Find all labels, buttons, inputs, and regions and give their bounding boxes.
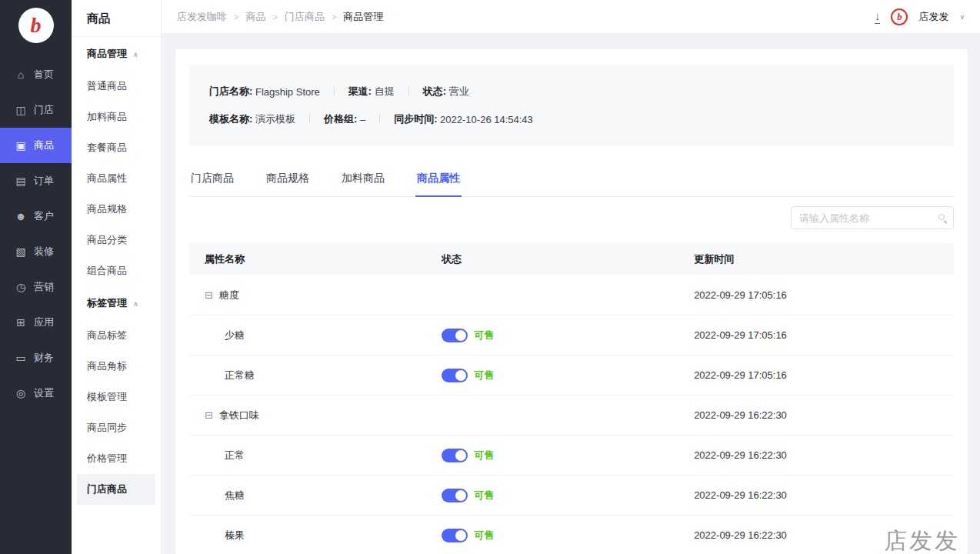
search-input[interactable] <box>792 207 930 229</box>
status-toggle[interactable] <box>442 449 468 462</box>
sidebar-item-label: 营销 <box>34 280 54 294</box>
sidebar-item-label: 财务 <box>34 351 54 365</box>
attribute-name: 糖度 <box>219 289 239 302</box>
sidebar-item-customers[interactable]: ☻客户 <box>0 199 72 234</box>
submenu-item-combo-goods[interactable]: 套餐商品 <box>72 132 161 163</box>
app-logo-letter: b <box>31 13 42 38</box>
breadcrumb-item[interactable]: 门店商品 <box>285 10 325 24</box>
breadcrumb-item[interactable]: 商品 <box>245 10 265 24</box>
info-value: 2022-10-26 14:54:43 <box>438 114 533 125</box>
table-body: ⊟糖度2022-09-29 17:05:16少糖可售2022-09-29 17:… <box>189 275 954 554</box>
topbar: 店发发咖啡>商品>门店商品>商品管理 ↓ b 店发发 ∨ <box>162 0 980 34</box>
attribute-name: 正常 <box>225 449 245 462</box>
sidebar-item-home[interactable]: ⌂首页 <box>0 57 72 92</box>
table-row: 正常糖可售2022-09-29 17:05:16 <box>189 355 954 395</box>
submenu-item-store-goods[interactable]: 门店商品 <box>77 474 155 505</box>
submenu-item-goods-specs[interactable]: 商品规格 <box>72 194 161 225</box>
row-status-cell: 可售 <box>426 449 678 462</box>
sidebar-item-apps[interactable]: ⊞应用 <box>0 305 72 340</box>
account-name[interactable]: 店发发 <box>918 10 948 24</box>
attribute-name: 正常糖 <box>225 369 255 382</box>
info-label: 价格组: <box>324 112 357 126</box>
submenu-item-goods-attributes[interactable]: 商品属性 <box>72 163 161 194</box>
breadcrumb: 店发发咖啡>商品>门店商品>商品管理 <box>177 10 383 24</box>
row-name-cell: 少糖 <box>189 329 426 342</box>
tab-goods-specs[interactable]: 商品规格 <box>265 163 311 196</box>
search-row <box>189 206 954 229</box>
decoration-icon: ▧ <box>15 245 27 258</box>
submenu-item-goods-sync[interactable]: 商品同步 <box>72 412 161 443</box>
info-label: 模板名称: <box>209 112 252 126</box>
breadcrumb-separator: > <box>234 12 238 22</box>
breadcrumb-separator: > <box>332 12 336 22</box>
chevron-up-icon: ∧ <box>133 51 138 58</box>
row-name-cell: 正常糖 <box>189 369 426 382</box>
store-info-row: 模板名称: 演示模板价格组: –同步时间: 2022-10-26 14:54:4… <box>209 112 934 126</box>
tab-addon-goods[interactable]: 加料商品 <box>340 163 386 196</box>
submenu-item-template-mgmt[interactable]: 模板管理 <box>72 382 161 412</box>
submenu-item-goods-badge[interactable]: 商品角标 <box>72 351 161 382</box>
divider <box>334 87 335 96</box>
submenu-section-tag-mgmt[interactable]: 标签管理∧ <box>72 286 161 320</box>
tabs: 门店商品商品规格加料商品商品属性 <box>189 163 954 197</box>
table-header-row: 属性名称状态更新时间 <box>189 243 954 275</box>
sidebar-item-goods[interactable]: ▣商品 <box>0 128 72 163</box>
submenu-item-price-mgmt[interactable]: 价格管理 <box>72 443 161 474</box>
orders-icon: ▤ <box>15 175 27 187</box>
sidebar-item-label: 商品 <box>34 138 54 152</box>
store-info-row: 门店名称: Flagship Store渠道: 自提状态: 营业 <box>209 85 934 98</box>
sidebar-item-marketing[interactable]: ◷营销 <box>0 269 72 305</box>
sidebar-item-decoration[interactable]: ▧装修 <box>0 234 72 269</box>
status-toggle[interactable] <box>442 489 468 502</box>
info-value: Flagship Store <box>252 86 319 98</box>
search-icon[interactable] <box>938 214 945 220</box>
store-info-panel: 门店名称: Flagship Store渠道: 自提状态: 营业模板名称: 演示… <box>189 65 954 146</box>
collapse-icon[interactable]: ⊟ <box>205 289 213 301</box>
submenu-item-bundle-goods[interactable]: 组合商品 <box>72 255 161 286</box>
attribute-name: 少糖 <box>225 329 245 342</box>
row-name-cell: ⊟糖度 <box>189 289 426 302</box>
submenu-item-addon-goods[interactable]: 加料商品 <box>72 102 161 132</box>
download-icon[interactable]: ↓ <box>875 10 881 23</box>
sidebar-item-settings[interactable]: ◎设置 <box>0 375 72 411</box>
row-update-time: 2022-09-29 17:05:16 <box>678 369 954 381</box>
status-toggle[interactable] <box>442 529 468 542</box>
row-status-cell: 可售 <box>426 529 678 542</box>
status-label: 可售 <box>474 329 494 342</box>
apps-icon: ⊞ <box>15 316 27 329</box>
table-row: ⊟糖度2022-09-29 17:05:16 <box>189 275 954 315</box>
content-card: 门店名称: Flagship Store渠道: 自提状态: 营业模板名称: 演示… <box>175 49 968 554</box>
status-toggle[interactable] <box>442 329 468 342</box>
tab-store-goods[interactable]: 门店商品 <box>189 163 235 196</box>
collapse-icon[interactable]: ⊟ <box>205 409 213 421</box>
status-label: 可售 <box>474 449 494 462</box>
info-field: 同步时间: 2022-10-26 14:54:43 <box>394 112 533 126</box>
secondary-sidebar: 商品 商品管理∧普通商品加料商品套餐商品商品属性商品规格商品分类组合商品标签管理… <box>72 0 162 554</box>
submenu-item-normal-goods[interactable]: 普通商品 <box>72 71 161 102</box>
content-area: 门店名称: Flagship Store渠道: 自提状态: 营业模板名称: 演示… <box>162 34 980 554</box>
row-update-time: 2022-09-29 16:22:30 <box>678 529 954 541</box>
chevron-up-icon: ∧ <box>133 300 138 308</box>
divider <box>408 87 409 96</box>
breadcrumb-separator: > <box>272 12 277 22</box>
sidebar-item-label: 装修 <box>34 245 54 259</box>
sidebar-item-store[interactable]: ◫门店 <box>0 92 72 128</box>
tab-goods-attributes[interactable]: 商品属性 <box>415 163 462 197</box>
sidebar-item-label: 应用 <box>34 315 54 329</box>
home-icon: ⌂ <box>15 68 27 81</box>
breadcrumb-item[interactable]: 店发发咖啡 <box>177 10 227 24</box>
submenu-item-goods-category[interactable]: 商品分类 <box>72 225 161 255</box>
submenu-section-goods-mgmt[interactable]: 商品管理∧ <box>72 37 161 71</box>
submenu-list: 商品管理∧普通商品加料商品套餐商品商品属性商品规格商品分类组合商品标签管理∧商品… <box>72 37 161 505</box>
settings-icon: ◎ <box>15 387 27 399</box>
row-name-cell: 榛果 <box>189 529 426 542</box>
chevron-down-icon[interactable]: ∨ <box>959 13 965 21</box>
table-row: 榛果可售2022-09-29 16:22:30 <box>189 516 954 554</box>
submenu-item-goods-tags[interactable]: 商品标签 <box>72 320 161 351</box>
status-toggle[interactable] <box>442 369 468 382</box>
row-update-time: 2022-09-29 16:22:30 <box>678 489 954 501</box>
sidebar-item-label: 门店 <box>34 103 54 117</box>
sidebar-item-orders[interactable]: ▤订单 <box>0 163 72 199</box>
breadcrumb-item[interactable]: 商品管理 <box>343 10 383 24</box>
sidebar-item-finance[interactable]: ▭财务 <box>0 340 72 375</box>
